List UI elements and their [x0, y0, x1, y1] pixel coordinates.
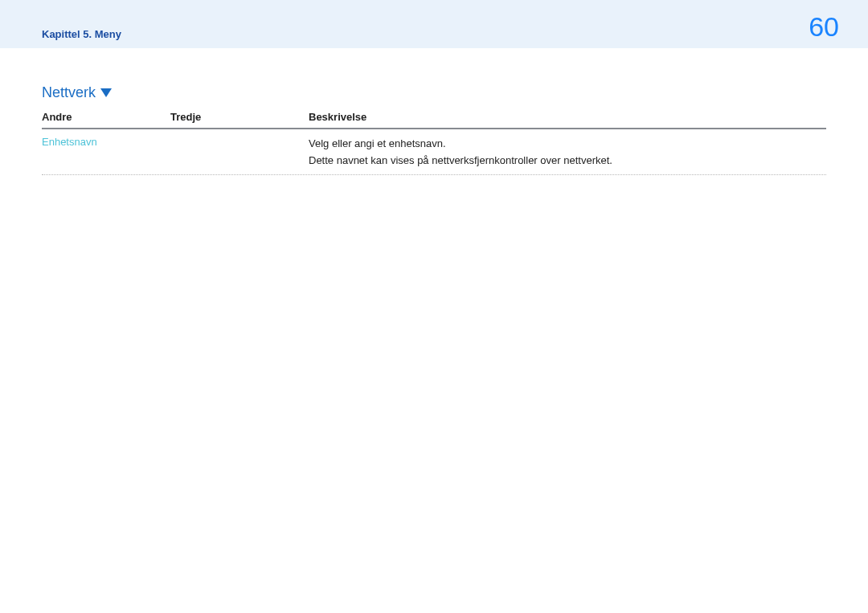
col-header-andre: Andre: [42, 111, 170, 123]
table-row: Enhetsnavn Velg eller angi et enhetsnavn…: [42, 129, 826, 175]
page-number: 60: [809, 11, 839, 43]
section-title-text: Nettverk: [42, 84, 96, 101]
content-area: Nettverk Andre Tredje Beskrivelse Enhets…: [0, 48, 868, 175]
svg-marker-0: [100, 88, 112, 97]
section-heading: Nettverk: [42, 84, 826, 101]
desc-line-1: Velg eller angi et enhetsnavn.: [309, 136, 826, 153]
table-header-row: Andre Tredje Beskrivelse: [42, 111, 826, 129]
triangle-down-icon: [100, 88, 112, 97]
cell-andre: Enhetsnavn: [42, 136, 170, 148]
col-header-tredje: Tredje: [170, 111, 309, 123]
cell-beskrivelse: Velg eller angi et enhetsnavn. Dette nav…: [309, 136, 826, 170]
page-header: Kapittel 5. Meny 60: [0, 0, 868, 48]
desc-line-2: Dette navnet kan vises på nettverksfjern…: [309, 153, 826, 170]
menu-table: Andre Tredje Beskrivelse Enhetsnavn Velg…: [42, 111, 826, 175]
col-header-beskrivelse: Beskrivelse: [309, 111, 826, 123]
chapter-label: Kapittel 5. Meny: [42, 28, 121, 40]
